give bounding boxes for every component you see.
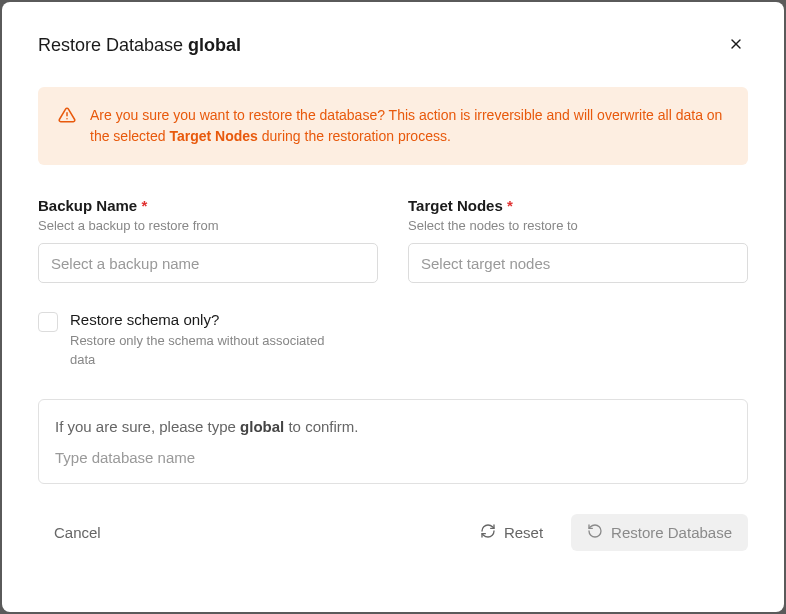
schema-only-label: Restore schema only? [70, 311, 350, 328]
schema-only-checkbox[interactable] [38, 312, 58, 332]
confirm-text-after: to confirm. [284, 418, 358, 435]
backup-name-select-wrapper: Select a backup name [38, 243, 378, 283]
required-asterisk: * [141, 197, 147, 214]
modal-title: Restore Database global [38, 35, 241, 56]
title-prefix: Restore Database [38, 35, 188, 55]
target-nodes-label: Target Nodes * [408, 197, 748, 214]
cancel-button[interactable]: Cancel [38, 515, 117, 550]
refresh-icon [480, 523, 496, 542]
warning-icon [58, 106, 76, 147]
schema-only-label-group: Restore schema only? Restore only the sc… [70, 311, 350, 369]
backup-name-placeholder: Select a backup name [51, 255, 199, 272]
modal-header: Restore Database global [38, 32, 748, 59]
required-asterisk: * [507, 197, 513, 214]
schema-only-row: Restore schema only? Restore only the sc… [38, 311, 748, 369]
restore-database-modal: Restore Database global Are you sure you… [2, 2, 784, 612]
restore-icon [587, 523, 603, 542]
backup-name-group: Backup Name * Select a backup to restore… [38, 197, 378, 283]
cancel-button-label: Cancel [54, 524, 101, 541]
reset-button[interactable]: Reset [464, 514, 559, 551]
target-nodes-hint: Select the nodes to restore to [408, 218, 748, 233]
backup-name-select[interactable]: Select a backup name [38, 243, 378, 283]
restore-button-label: Restore Database [611, 524, 732, 541]
close-button[interactable] [724, 32, 748, 59]
restore-database-button[interactable]: Restore Database [571, 514, 748, 551]
confirm-text-before: If you are sure, please type [55, 418, 240, 435]
schema-only-hint: Restore only the schema without associat… [70, 333, 324, 367]
confirm-text: If you are sure, please type global to c… [55, 418, 731, 435]
backup-name-hint: Select a backup to restore from [38, 218, 378, 233]
warning-text-after: during the restoration process. [258, 128, 451, 144]
target-nodes-placeholder: Select target nodes [421, 255, 550, 272]
footer-right: Reset Restore Database [464, 514, 748, 551]
warning-banner: Are you sure you want to restore the dat… [38, 87, 748, 165]
target-nodes-group: Target Nodes * Select the nodes to resto… [408, 197, 748, 283]
target-nodes-select-wrapper: Select target nodes [408, 243, 748, 283]
close-icon [728, 36, 744, 55]
backup-name-label: Backup Name * [38, 197, 378, 214]
title-database-name: global [188, 35, 241, 55]
confirm-box: If you are sure, please type global to c… [38, 399, 748, 484]
warning-text-strong: Target Nodes [169, 128, 257, 144]
modal-footer: Cancel Reset [38, 514, 748, 551]
target-nodes-select[interactable]: Select target nodes [408, 243, 748, 283]
form-row: Backup Name * Select a backup to restore… [38, 197, 748, 283]
reset-button-label: Reset [504, 524, 543, 541]
warning-text: Are you sure you want to restore the dat… [90, 105, 728, 147]
confirm-text-strong: global [240, 418, 284, 435]
confirm-input[interactable] [55, 449, 731, 466]
